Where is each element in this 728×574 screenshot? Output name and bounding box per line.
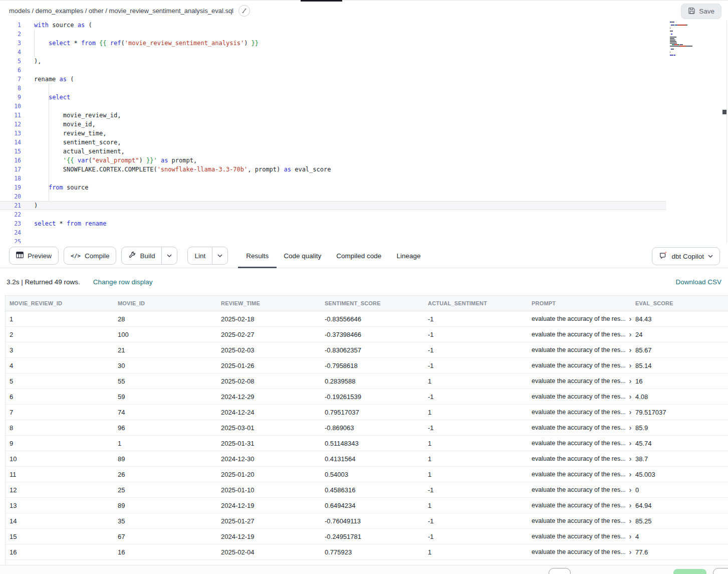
dbt-ide-window: models / demo_examples / other / movie_r… [0,0,728,574]
cell-movie_id: 35 [114,513,217,528]
cell-eval_score: 16 [631,373,728,389]
minimap[interactable] [670,22,722,59]
expand-prompt-icon[interactable]: › [629,330,631,338]
code-line[interactable]: 8 [0,84,666,93]
table-row: 21002025-02-27-0.37398466-1evaluate the … [6,327,728,342]
prompt-text: evaluate the accuracy of the res... [532,517,626,524]
code-line[interactable]: 21) [0,201,666,210]
lint-dropdown-button[interactable] [212,247,227,264]
expand-prompt-icon[interactable]: › [629,532,631,540]
code-line[interactable]: 11 movie_review_id, [0,111,666,120]
line-number: 19 [0,183,21,192]
cell-prompt: evaluate the accuracy of the res...› [528,342,631,357]
cell-prompt: evaluate the accuracy of the res...› [528,467,631,482]
code-line[interactable]: 16 '{{ var("eval_prompt") }}' as prompt, [0,156,666,165]
partial-button[interactable] [549,568,571,574]
cell-movie_review_id: 10 [6,451,114,466]
expand-prompt-icon[interactable]: › [629,455,631,462]
build-split-button: Build [121,247,177,265]
cell-actual_sentiment: -1 [424,358,528,373]
expand-prompt-icon[interactable]: › [629,408,631,416]
expand-prompt-icon[interactable]: › [629,393,631,400]
code-line[interactable]: 18 [0,174,666,183]
file-version-icon[interactable] [238,5,250,17]
code-line[interactable]: 23select * from rename [0,219,666,228]
expand-prompt-icon[interactable]: › [629,470,631,478]
expand-prompt-icon[interactable]: › [629,377,631,385]
preview-button[interactable]: Preview [9,247,59,265]
table-row: 4302025-01-26-0.7958618-1evaluate the ac… [6,358,728,373]
code-line[interactable]: 2 [0,30,666,39]
download-csv-link[interactable]: Download CSV [675,278,721,286]
tab-lineage[interactable]: Lineage [396,244,420,268]
code-line[interactable]: 6 [0,66,666,75]
code-line[interactable]: 25 [0,237,666,243]
code-line[interactable]: 4 [0,48,666,57]
code-line[interactable]: 12 movie_id, [0,120,666,129]
cell-movie_review_id: 5 [6,373,114,389]
cell-movie_id: 21 [114,342,217,357]
code-line[interactable]: 24 [0,228,666,237]
column-header-eval_score: EVAL_SCORE [631,296,728,311]
code-line[interactable]: 13 review_time, [0,129,666,138]
results-table-header: MOVIE_REVIEW_IDMOVIE_IDREVIEW_TIMESENTIM… [6,296,728,311]
expand-prompt-icon[interactable]: › [629,439,631,447]
code-line[interactable]: 15 actual_sentiment, [0,147,666,156]
line-number: 1 [0,21,21,30]
expand-prompt-icon[interactable]: › [629,501,631,509]
code-line[interactable]: 17 SNOWFLAKE.CORTEX.COMPLETE('snowflake-… [0,165,666,174]
editor-scrollbar-handle[interactable] [722,110,726,114]
code-line[interactable]: 9 select [0,93,666,102]
table-row: 912025-01-310.511483431evaluate the accu… [6,436,728,451]
code-line[interactable]: 22 [0,210,666,219]
expand-prompt-icon[interactable]: › [629,346,631,353]
cell-movie_id: 1 [114,436,217,451]
expand-prompt-icon[interactable]: › [629,361,631,369]
prompt-text: evaluate the accuracy of the res... [532,440,626,447]
expand-prompt-icon[interactable]: › [629,486,631,493]
table-row: 11262025-01-200.540031evaluate the accur… [6,467,728,482]
code-line[interactable]: 1with source as ( [0,21,666,30]
code-line[interactable]: 7rename as ( [0,75,666,84]
cell-prompt: evaluate the accuracy of the res...› [528,389,631,404]
compile-button[interactable]: </> Compile [64,247,116,265]
query-summary: 3.2s | Returned 49 rows. [7,278,80,286]
expand-prompt-icon[interactable]: › [629,424,631,431]
cell-prompt: evaluate the accuracy of the res...› [528,529,631,544]
editor-scrollbar-track[interactable] [726,21,727,243]
cell-sentiment_score: -0.83556646 [321,311,424,326]
cell-eval_score: 84.43 [631,311,728,326]
table-row: 3212025-02-03-0.83062357-1evaluate the a… [6,342,728,358]
code-icon: </> [71,253,81,259]
partial-green-badge[interactable] [673,569,706,574]
build-button[interactable]: Build [122,247,161,264]
code-line[interactable]: 14 sentiment_score, [0,138,666,147]
build-dropdown-button[interactable] [162,247,177,264]
code-text: ) [34,201,38,210]
cell-eval_score: 45.003 [631,467,728,482]
code-line[interactable]: 3 select * from {{ ref('movie_review_sen… [0,39,666,48]
expand-prompt-icon[interactable]: › [629,315,631,322]
code-text: SNOWFLAKE.CORTEX.COMPLETE('snowflake-lla… [34,165,331,174]
code-line[interactable]: 20 [0,192,666,201]
tab-results[interactable]: Results [246,244,269,268]
column-header-movie_review_id: MOVIE_REVIEW_ID [6,296,114,311]
partial-button[interactable] [713,568,728,574]
cell-review_time: 2025-02-18 [217,311,321,326]
prompt-text: evaluate the accuracy of the res... [532,471,626,478]
tab-code-quality[interactable]: Code quality [284,244,321,268]
lint-button[interactable]: Lint [188,247,212,264]
tab-compiled-code[interactable]: Compiled code [336,244,381,268]
cell-review_time: 2024-12-24 [217,405,321,420]
column-header-prompt: PROMPT [528,296,631,311]
code-line[interactable]: 10 [0,102,666,111]
expand-prompt-icon[interactable]: › [629,548,631,555]
expand-prompt-icon[interactable]: › [629,517,631,524]
code-line[interactable]: 5), [0,57,666,66]
change-row-display-link[interactable]: Change row display [93,278,153,286]
save-button[interactable]: Save [681,4,721,19]
code-editor[interactable]: 1with source as (23 select * from {{ ref… [0,21,728,243]
dbt-copilot-button[interactable]: dbt Copilot [652,247,720,265]
breadcrumb[interactable]: models / demo_examples / other / movie_r… [9,1,250,21]
code-line[interactable]: 19 from source [0,183,666,192]
